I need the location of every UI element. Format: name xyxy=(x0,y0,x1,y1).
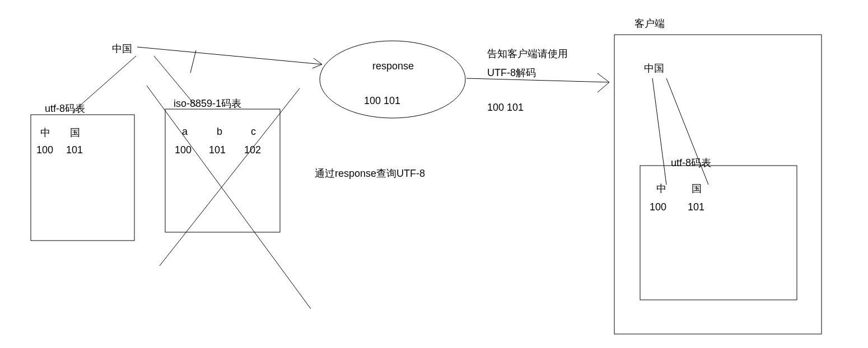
svg-line-2 xyxy=(137,47,322,64)
notice-line2: UTF-8解码 xyxy=(487,66,536,79)
source-text-label: 中国 xyxy=(112,42,132,55)
utf8-left-char-1: 中 xyxy=(40,126,50,139)
svg-line-13 xyxy=(598,82,609,92)
svg-line-9 xyxy=(160,88,300,266)
client-utf8-code-2: 101 xyxy=(688,201,704,213)
iso-title: iso-8859-1码表 xyxy=(174,97,241,110)
client-utf8-title: utf-8码表 xyxy=(671,156,711,170)
utf8-left-title: utf-8码表 xyxy=(45,102,85,115)
svg-rect-14 xyxy=(614,35,822,334)
client-utf8-char-1: 中 xyxy=(656,182,666,195)
response-title: response xyxy=(372,60,414,72)
iso-header-b: b xyxy=(217,126,222,138)
iso-header-c: c xyxy=(251,126,256,138)
utf8-left-char-2: 国 xyxy=(70,126,80,139)
svg-line-5 xyxy=(190,50,196,73)
middle-note: 通过response查询UTF-8 xyxy=(315,167,425,180)
svg-line-8 xyxy=(147,86,311,309)
client-utf8-char-2: 国 xyxy=(692,182,702,195)
utf8-left-code-1: 100 xyxy=(36,144,53,156)
client-title: 客户端 xyxy=(634,17,665,30)
svg-line-3 xyxy=(314,58,322,64)
iso-value-2: 101 xyxy=(209,144,226,156)
client-decoded-text: 中国 xyxy=(644,62,664,75)
response-values: 100 101 xyxy=(364,95,400,107)
client-utf8-code-1: 100 xyxy=(650,201,666,213)
notice-line1: 告知客户端请使用 xyxy=(487,47,568,60)
svg-line-16 xyxy=(652,78,666,185)
utf8-left-code-2: 101 xyxy=(66,144,83,156)
iso-value-1: 100 xyxy=(175,144,192,156)
svg-line-12 xyxy=(598,73,609,82)
iso-header-a: a xyxy=(182,126,188,138)
notice-values: 100 101 xyxy=(487,102,524,114)
svg-line-4 xyxy=(312,64,322,68)
iso-value-3: 102 xyxy=(244,144,261,156)
